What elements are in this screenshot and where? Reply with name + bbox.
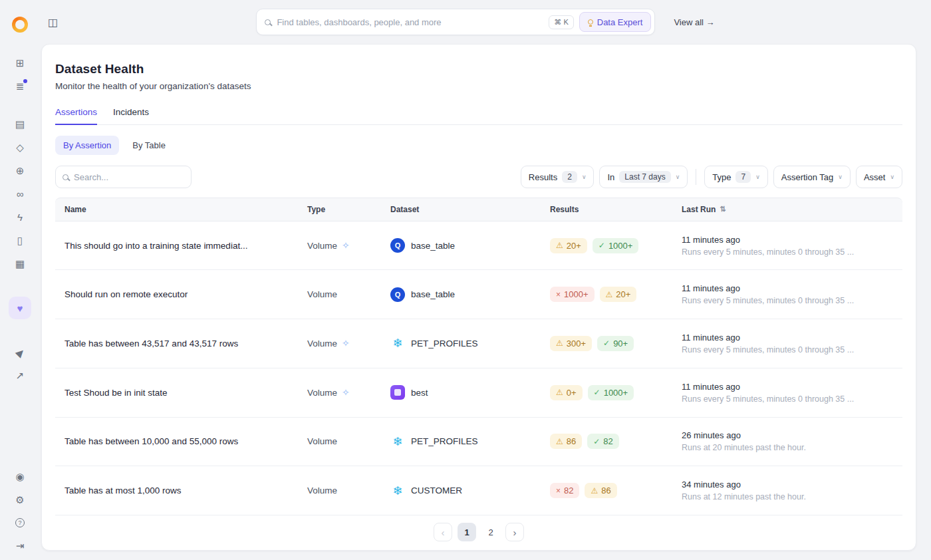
app-logo[interactable] [12, 17, 28, 33]
warning-badge[interactable]: ⚠20+ [550, 238, 587, 253]
search-icon [265, 19, 271, 25]
badge-value: 86 [601, 486, 610, 495]
assertion-type: Volume [307, 339, 337, 349]
timerange-filter-button[interactable]: In Last 7 days ∨ [599, 166, 688, 188]
dataset-name[interactable]: best [411, 388, 428, 398]
timerange-filter-label: In [607, 172, 614, 182]
filter-buttons: Results 2 ∨ In Last 7 days ∨ Type 7 ∨ [521, 166, 902, 188]
page-button-1[interactable]: 1 [458, 523, 476, 541]
prev-page-button[interactable]: ‹ [434, 523, 452, 541]
success-badge[interactable]: ✓1000+ [588, 385, 634, 400]
cross-icon: × [556, 290, 561, 299]
run-schedule: Runs at 12 minutes past the hour. [682, 492, 902, 501]
success-badge[interactable]: ✓1000+ [593, 238, 639, 253]
cross-icon: × [556, 486, 561, 495]
app-root: ⊞ ≣ ▤ ◇ ⊕ ∞ ϟ ▯ ▦ ♥ ▶ ↗ ◉ ⚙ ? ⇥ ◫ ⌘ K [0, 0, 931, 560]
table-row[interactable]: Table has at most 1,000 rows Volume ❄CUS… [55, 466, 902, 515]
pagination: ‹ 1 2 › [55, 515, 902, 550]
subtab-by-assertion[interactable]: By Assertion [55, 136, 119, 155]
data-expert-button[interactable]: Data Expert [579, 12, 652, 32]
table-row[interactable]: Test Shoud be in init state Volume✧ best… [55, 368, 902, 418]
table-row[interactable]: Table has between 10,000 and 55,000 rows… [55, 418, 902, 467]
assertion-name[interactable]: Should run on remote executor [55, 289, 298, 299]
logout-icon[interactable]: ⇥ [16, 541, 25, 551]
warning-badge[interactable]: ⚠86 [585, 483, 616, 498]
run-schedule: Runs every 5 minutes, minutes 0 through … [682, 345, 902, 354]
table-row[interactable]: Table has between 43,517 and 43,517 rows… [55, 319, 902, 368]
dataset-health-heart-icon[interactable]: ♥ [9, 297, 31, 319]
snowflake-icon: ❄ [390, 434, 405, 449]
lightbulb-icon [588, 19, 593, 25]
asset-filter-button[interactable]: Asset ∨ [856, 166, 902, 188]
tag-icon[interactable]: ◇ [16, 142, 24, 152]
check-icon: ✓ [603, 339, 610, 348]
table-row[interactable]: This should go into a training state imm… [55, 221, 902, 271]
table-search-input[interactable] [74, 172, 191, 182]
warning-badge[interactable]: ⚠20+ [600, 287, 637, 302]
warning-icon: ⚠ [556, 388, 563, 397]
sidebar: ⊞ ≣ ▤ ◇ ⊕ ∞ ϟ ▯ ▦ ♥ ▶ ↗ ◉ ⚙ ? ⇥ [0, 0, 40, 560]
trend-icon[interactable]: ↗ [16, 370, 25, 380]
success-badge[interactable]: ✓90+ [597, 336, 634, 351]
page-button-2[interactable]: 2 [481, 523, 500, 541]
type-filter-button[interactable]: Type 7 ∨ [704, 166, 767, 188]
assertion-name[interactable]: Table has at most 1,000 rows [55, 486, 298, 495]
automated-sparkle-icon: ✧ [342, 240, 350, 251]
search-icon [63, 174, 68, 180]
error-badge[interactable]: ×1000+ [550, 287, 595, 302]
view-all-link[interactable]: View all → [674, 17, 714, 27]
tab-incidents[interactable]: Incidents [113, 107, 149, 124]
column-header-type: Type [298, 205, 381, 214]
help-icon[interactable]: ? [15, 518, 25, 527]
notification-dot [23, 79, 27, 83]
tab-assertions[interactable]: Assertions [55, 107, 97, 125]
tasks-icon[interactable]: ≣ [16, 81, 25, 91]
dataset-name[interactable]: base_table [411, 289, 455, 299]
panel-toggle-icon[interactable]: ◫ [48, 16, 58, 29]
chevron-down-icon: ∨ [676, 174, 680, 180]
table-search [55, 166, 192, 188]
link-icon[interactable]: ∞ [17, 189, 24, 199]
user-icon[interactable]: ◉ [15, 472, 24, 482]
globe-icon[interactable]: ⊕ [16, 166, 25, 176]
file-icon[interactable]: ▯ [17, 235, 23, 245]
dataset-name[interactable]: base_table [411, 241, 455, 251]
chevron-down-icon: ∨ [755, 174, 760, 180]
gear-icon[interactable]: ⚙ [15, 495, 24, 505]
warning-badge[interactable]: ⚠86 [550, 434, 582, 449]
badge-value: 82 [564, 486, 573, 495]
table-row[interactable]: Should run on remote executor Volume Qba… [55, 270, 902, 319]
dataset-name[interactable]: CUSTOMER [411, 486, 462, 495]
sidebar-nav: ⊞ ≣ ▤ ◇ ⊕ ∞ ϟ ▯ ▦ ♥ ▶ ↗ ◉ ⚙ ? ⇥ [0, 58, 40, 560]
next-page-button[interactable]: › [505, 523, 524, 541]
assertion-name[interactable]: This should go into a training state imm… [55, 241, 298, 251]
catalog-table-icon[interactable]: ▦ [15, 259, 25, 269]
badge-value: 20+ [567, 241, 581, 251]
assertion-name[interactable]: Test Shoud be in init state [55, 388, 298, 398]
badge-value: 90+ [613, 339, 628, 349]
dashboard-grid-icon[interactable]: ⊞ [16, 58, 25, 68]
global-search-input[interactable] [277, 17, 549, 27]
chevron-down-icon: ∨ [838, 174, 843, 180]
rocket-icon[interactable]: ▶ [16, 347, 24, 357]
assertion-name[interactable]: Table has between 43,517 and 43,517 rows [55, 339, 298, 349]
docs-book-icon[interactable]: ▤ [15, 119, 25, 129]
last-run-time: 26 minutes ago [682, 430, 902, 440]
success-badge[interactable]: ✓82 [587, 434, 619, 449]
dataset-name[interactable]: PET_PROFILES [411, 436, 478, 446]
last-run-time: 11 minutes ago [682, 235, 902, 245]
sort-icon[interactable]: ⇅ [720, 205, 726, 213]
warning-badge[interactable]: ⚠0+ [550, 385, 583, 400]
assertion-name[interactable]: Table has between 10,000 and 55,000 rows [55, 436, 298, 446]
lightning-icon[interactable]: ϟ [17, 212, 23, 222]
run-schedule: Runs every 5 minutes, minutes 0 through … [682, 296, 902, 305]
dataset-name[interactable]: PET_PROFILES [411, 339, 478, 349]
subtab-by-table[interactable]: By Table [124, 136, 174, 155]
assertion-tag-filter-label: Assertion Tag [781, 172, 834, 182]
warning-badge[interactable]: ⚠300+ [550, 336, 592, 351]
results-filter-button[interactable]: Results 2 ∨ [521, 166, 595, 188]
last-run-time: 11 minutes ago [682, 382, 902, 392]
data-expert-label: Data Expert [597, 17, 643, 27]
error-badge[interactable]: ×82 [550, 483, 579, 498]
assertion-tag-filter-button[interactable]: Assertion Tag ∨ [773, 166, 851, 188]
